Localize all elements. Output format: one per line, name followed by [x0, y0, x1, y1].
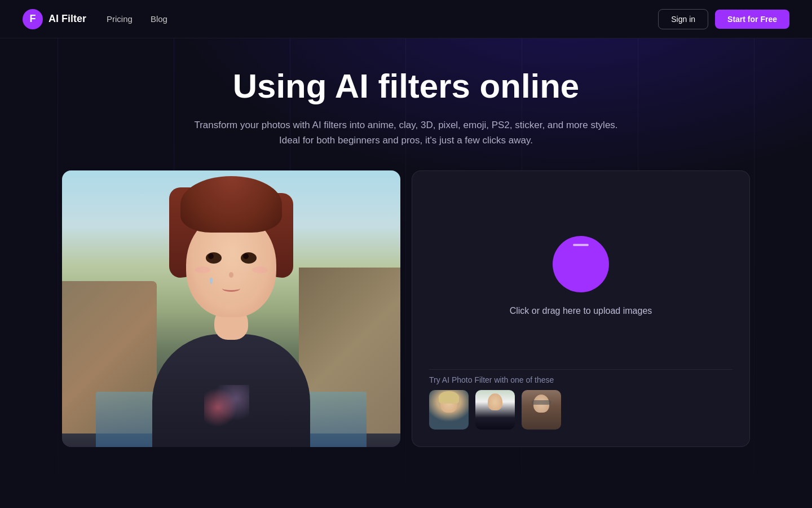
logo-text: AI Filter: [48, 13, 86, 25]
upload-icon-wrap: [553, 236, 609, 292]
upload-divider: [429, 369, 732, 370]
char-clothing-detail: [204, 385, 249, 430]
char-nose: [229, 272, 233, 278]
char-tear: [210, 278, 213, 284]
ai-photo-image: [62, 170, 400, 447]
logo[interactable]: F AI Filter: [23, 9, 86, 29]
char-blush-right: [252, 266, 268, 273]
char-eye-left: [206, 252, 222, 264]
ai-photo-card: [62, 170, 400, 447]
char-shoulders: [152, 334, 310, 447]
portrait: [62, 170, 400, 447]
sample-thumb-3[interactable]: [522, 390, 561, 430]
cards-row: Click or drag here to upload images Try …: [62, 170, 750, 447]
main-content: Using AI filters online Transform your p…: [0, 38, 812, 447]
char-blush-left: [195, 266, 210, 273]
signin-button[interactable]: Sign in: [658, 9, 708, 29]
upload-bar-icon: [573, 244, 589, 246]
navbar: F AI Filter Pricing Blog Sign in Start f…: [0, 0, 812, 38]
hero-title: Using AI filters online: [233, 68, 580, 105]
sample-thumbnails: [429, 390, 561, 430]
upload-prompt: Click or drag here to upload images: [510, 306, 652, 316]
char-eye-right: [241, 252, 257, 264]
nav-links: Pricing Blog: [107, 14, 658, 24]
char-hair-top: [180, 176, 282, 233]
nav-link-pricing[interactable]: Pricing: [107, 14, 133, 24]
sample-label: Try AI Photo Filter with one of these: [429, 375, 554, 384]
sample-thumb-1[interactable]: [429, 390, 469, 430]
nav-actions: Sign in Start for Free: [658, 9, 789, 29]
start-for-free-button[interactable]: Start for Free: [715, 10, 789, 29]
upload-card[interactable]: Click or drag here to upload images Try …: [412, 170, 750, 447]
upload-area[interactable]: Click or drag here to upload images: [429, 188, 732, 364]
hero-subtitle: Transform your photos with AI filters in…: [186, 117, 626, 148]
logo-icon: F: [23, 9, 43, 29]
sample-thumb-2[interactable]: [475, 390, 515, 430]
char-mouth: [222, 285, 240, 292]
nav-link-blog[interactable]: Blog: [151, 14, 167, 24]
upload-circle: [553, 236, 609, 292]
